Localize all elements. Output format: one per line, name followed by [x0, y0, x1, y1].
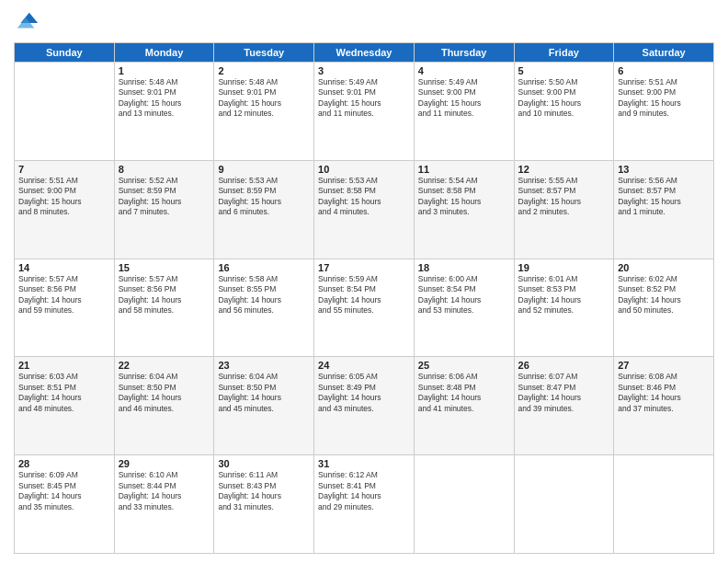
cell-info: Sunrise: 6:07 AM Sunset: 8:47 PM Dayligh… [518, 372, 610, 414]
calendar-cell: 23Sunrise: 6:04 AM Sunset: 8:50 PM Dayli… [214, 357, 314, 455]
cell-info: Sunrise: 5:48 AM Sunset: 9:01 PM Dayligh… [218, 77, 310, 120]
cell-info: Sunrise: 5:59 AM Sunset: 8:54 PM Dayligh… [318, 274, 410, 316]
calendar-cell: 14Sunrise: 5:57 AM Sunset: 8:56 PM Dayli… [15, 259, 115, 357]
calendar-cell: 13Sunrise: 5:56 AM Sunset: 8:57 PM Dayli… [614, 160, 714, 259]
cell-date: 13 [618, 164, 710, 175]
cell-date: 14 [18, 262, 110, 273]
cell-date: 28 [18, 458, 110, 469]
cell-info: Sunrise: 5:49 AM Sunset: 9:00 PM Dayligh… [418, 77, 510, 120]
cell-info: Sunrise: 6:11 AM Sunset: 8:43 PM Dayligh… [218, 470, 310, 512]
calendar-cell: 29Sunrise: 6:10 AM Sunset: 8:44 PM Dayli… [114, 455, 214, 554]
col-header-thursday: Thursday [414, 43, 514, 63]
cell-info: Sunrise: 5:50 AM Sunset: 9:00 PM Dayligh… [518, 77, 610, 120]
header-row: SundayMondayTuesdayWednesdayThursdayFrid… [15, 43, 714, 63]
cell-info: Sunrise: 5:55 AM Sunset: 8:57 PM Dayligh… [518, 176, 610, 218]
cell-date: 5 [518, 65, 610, 76]
week-row-5: 28Sunrise: 6:09 AM Sunset: 8:45 PM Dayli… [15, 455, 714, 554]
calendar-cell: 10Sunrise: 5:53 AM Sunset: 8:58 PM Dayli… [314, 160, 415, 259]
cell-info: Sunrise: 6:03 AM Sunset: 8:51 PM Dayligh… [18, 372, 110, 414]
cell-date: 3 [318, 65, 410, 76]
calendar-cell: 17Sunrise: 5:59 AM Sunset: 8:54 PM Dayli… [314, 259, 415, 357]
cell-date: 10 [318, 164, 410, 175]
calendar-cell: 15Sunrise: 5:57 AM Sunset: 8:56 PM Dayli… [114, 259, 214, 357]
cell-date: 9 [218, 164, 310, 175]
cell-info: Sunrise: 5:54 AM Sunset: 8:58 PM Dayligh… [418, 176, 510, 218]
cell-date: 19 [518, 262, 610, 273]
calendar-cell [614, 455, 714, 554]
cell-info: Sunrise: 5:57 AM Sunset: 8:56 PM Dayligh… [18, 274, 110, 316]
cell-date: 17 [318, 262, 410, 273]
calendar-cell: 12Sunrise: 5:55 AM Sunset: 8:57 PM Dayli… [514, 160, 614, 259]
cell-date: 29 [119, 458, 210, 469]
calendar-cell: 20Sunrise: 6:02 AM Sunset: 8:52 PM Dayli… [614, 259, 714, 357]
calendar-cell: 5Sunrise: 5:50 AM Sunset: 9:00 PM Daylig… [514, 63, 614, 161]
calendar-cell: 2Sunrise: 5:48 AM Sunset: 9:01 PM Daylig… [214, 63, 314, 161]
cell-date: 27 [618, 360, 710, 371]
cell-info: Sunrise: 6:04 AM Sunset: 8:50 PM Dayligh… [218, 372, 310, 414]
calendar-cell: 27Sunrise: 6:08 AM Sunset: 8:46 PM Dayli… [614, 357, 714, 455]
cell-date: 18 [418, 262, 510, 273]
cell-info: Sunrise: 6:05 AM Sunset: 8:49 PM Dayligh… [318, 372, 410, 414]
calendar-cell [15, 63, 115, 161]
cell-info: Sunrise: 6:00 AM Sunset: 8:54 PM Dayligh… [418, 274, 510, 316]
cell-info: Sunrise: 5:51 AM Sunset: 9:00 PM Dayligh… [18, 176, 110, 218]
calendar-cell: 24Sunrise: 6:05 AM Sunset: 8:49 PM Dayli… [314, 357, 415, 455]
cell-info: Sunrise: 6:09 AM Sunset: 8:45 PM Dayligh… [18, 470, 110, 512]
calendar-page: SundayMondayTuesdayWednesdayThursdayFrid… [0, 0, 728, 563]
calendar-cell: 25Sunrise: 6:06 AM Sunset: 8:48 PM Dayli… [414, 357, 514, 455]
cell-date: 6 [618, 65, 710, 76]
page-header [14, 9, 714, 35]
logo-icon [14, 9, 40, 35]
cell-info: Sunrise: 5:49 AM Sunset: 9:01 PM Dayligh… [318, 77, 410, 120]
cell-info: Sunrise: 6:12 AM Sunset: 8:41 PM Dayligh… [318, 470, 410, 512]
calendar-table: SundayMondayTuesdayWednesdayThursdayFrid… [14, 42, 714, 554]
calendar-cell: 7Sunrise: 5:51 AM Sunset: 9:00 PM Daylig… [15, 160, 115, 259]
cell-date: 26 [518, 360, 610, 371]
calendar-cell: 18Sunrise: 6:00 AM Sunset: 8:54 PM Dayli… [414, 259, 514, 357]
cell-info: Sunrise: 5:51 AM Sunset: 9:00 PM Dayligh… [618, 77, 710, 120]
cell-info: Sunrise: 6:06 AM Sunset: 8:48 PM Dayligh… [418, 372, 510, 414]
cell-info: Sunrise: 5:53 AM Sunset: 8:59 PM Dayligh… [218, 176, 310, 218]
col-header-wednesday: Wednesday [314, 43, 415, 63]
week-row-4: 21Sunrise: 6:03 AM Sunset: 8:51 PM Dayli… [15, 357, 714, 455]
cell-date: 15 [119, 262, 210, 273]
cell-date: 31 [318, 458, 410, 469]
week-row-1: 1Sunrise: 5:48 AM Sunset: 9:01 PM Daylig… [15, 63, 714, 161]
cell-info: Sunrise: 5:52 AM Sunset: 8:59 PM Dayligh… [119, 176, 210, 218]
cell-info: Sunrise: 5:57 AM Sunset: 8:56 PM Dayligh… [119, 274, 210, 316]
cell-date: 16 [218, 262, 310, 273]
cell-date: 24 [318, 360, 410, 371]
calendar-cell [514, 455, 614, 554]
cell-date: 4 [418, 65, 510, 76]
week-row-3: 14Sunrise: 5:57 AM Sunset: 8:56 PM Dayli… [15, 259, 714, 357]
col-header-tuesday: Tuesday [214, 43, 314, 63]
cell-date: 12 [518, 164, 610, 175]
cell-info: Sunrise: 5:58 AM Sunset: 8:55 PM Dayligh… [218, 274, 310, 316]
cell-date: 7 [18, 164, 110, 175]
cell-info: Sunrise: 6:04 AM Sunset: 8:50 PM Dayligh… [119, 372, 210, 414]
calendar-cell: 28Sunrise: 6:09 AM Sunset: 8:45 PM Dayli… [15, 455, 115, 554]
cell-info: Sunrise: 5:53 AM Sunset: 8:58 PM Dayligh… [318, 176, 410, 218]
cell-date: 21 [18, 360, 110, 371]
logo [14, 9, 43, 35]
calendar-cell: 26Sunrise: 6:07 AM Sunset: 8:47 PM Dayli… [514, 357, 614, 455]
cell-date: 2 [218, 65, 310, 76]
cell-info: Sunrise: 6:10 AM Sunset: 8:44 PM Dayligh… [119, 470, 210, 512]
cell-date: 23 [218, 360, 310, 371]
cell-date: 1 [119, 65, 210, 76]
cell-date: 11 [418, 164, 510, 175]
col-header-saturday: Saturday [614, 43, 714, 63]
col-header-monday: Monday [114, 43, 214, 63]
cell-date: 25 [418, 360, 510, 371]
calendar-cell: 1Sunrise: 5:48 AM Sunset: 9:01 PM Daylig… [114, 63, 214, 161]
cell-info: Sunrise: 5:48 AM Sunset: 9:01 PM Dayligh… [119, 77, 210, 120]
calendar-cell: 30Sunrise: 6:11 AM Sunset: 8:43 PM Dayli… [214, 455, 314, 554]
calendar-cell: 21Sunrise: 6:03 AM Sunset: 8:51 PM Dayli… [15, 357, 115, 455]
calendar-cell: 9Sunrise: 5:53 AM Sunset: 8:59 PM Daylig… [214, 160, 314, 259]
cell-info: Sunrise: 6:02 AM Sunset: 8:52 PM Dayligh… [618, 274, 710, 316]
calendar-cell: 16Sunrise: 5:58 AM Sunset: 8:55 PM Dayli… [214, 259, 314, 357]
cell-info: Sunrise: 6:01 AM Sunset: 8:53 PM Dayligh… [518, 274, 610, 316]
week-row-2: 7Sunrise: 5:51 AM Sunset: 9:00 PM Daylig… [15, 160, 714, 259]
calendar-cell: 22Sunrise: 6:04 AM Sunset: 8:50 PM Dayli… [114, 357, 214, 455]
col-header-friday: Friday [514, 43, 614, 63]
